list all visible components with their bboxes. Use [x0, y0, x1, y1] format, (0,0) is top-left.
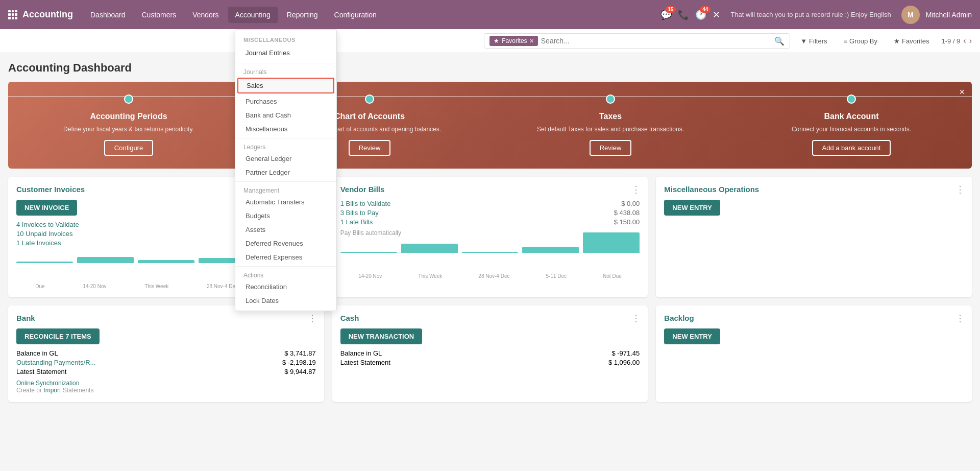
brand-label: Accounting	[22, 9, 73, 20]
dropdown-overlay	[0, 0, 980, 469]
dropdown-actions-header: Actions	[235, 269, 336, 280]
nav-item-reporting[interactable]: Reporting	[280, 7, 325, 23]
nav-item-dashboard[interactable]: Dashboard	[83, 7, 133, 23]
dropdown-management-header: Management	[235, 184, 336, 195]
close-icon-btn[interactable]: ✕	[713, 9, 720, 20]
dropdown-general-ledger[interactable]: General Ledger	[235, 152, 336, 166]
nav-message: That will teach you to put a record rule…	[730, 11, 891, 18]
nav-right: 💬 15 📞 🕐 44 ✕ That will teach you to put…	[660, 6, 972, 24]
chat-badge: 15	[665, 6, 676, 13]
dropdown-lock-dates[interactable]: Lock Dates	[235, 294, 336, 308]
dropdown-miscellaneous[interactable]: Miscellaneous	[235, 122, 336, 136]
dropdown-ledgers-header: Ledgers	[235, 140, 336, 152]
dropdown-reconciliation[interactable]: Reconciliation	[235, 280, 336, 294]
dropdown-deferred-expenses[interactable]: Deferred Expenses	[235, 250, 336, 264]
dropdown-section-misc: Miscellaneous	[235, 33, 336, 45]
nav-brand[interactable]: Accounting	[8, 9, 73, 20]
dropdown-budgets[interactable]: Budgets	[235, 209, 336, 223]
grid-icon	[8, 10, 17, 19]
nav-item-customers[interactable]: Customers	[135, 7, 184, 23]
top-nav: Accounting Dashboard Customers Vendors A…	[0, 0, 980, 29]
nav-item-accounting[interactable]: Accounting	[228, 7, 278, 23]
accounting-dropdown-menu: Miscellaneous Journal Entries Journals S…	[235, 29, 337, 311]
dropdown-divider-1	[235, 63, 336, 63]
dropdown-deferred-revenues[interactable]: Deferred Revenues	[235, 237, 336, 250]
nav-avatar: M	[901, 6, 920, 24]
dropdown-divider-4	[235, 266, 336, 267]
dropdown-assets[interactable]: Assets	[235, 223, 336, 237]
dropdown-divider-3	[235, 181, 336, 182]
activity-icon-btn[interactable]: 🕐 44	[695, 9, 706, 20]
dropdown-bank-cash[interactable]: Bank and Cash	[235, 108, 336, 122]
dropdown-automatic-transfers[interactable]: Automatic Transfers	[235, 195, 336, 209]
chat-icon-btn[interactable]: 💬 15	[660, 9, 672, 20]
phone-icon-btn[interactable]: 📞	[678, 9, 689, 20]
nav-item-configuration[interactable]: Configuration	[327, 7, 384, 23]
dropdown-divider-2	[235, 138, 336, 138]
dropdown-purchases[interactable]: Purchases	[235, 95, 336, 108]
dropdown-journal-entries[interactable]: Journal Entries	[235, 45, 336, 61]
dropdown-partner-ledger[interactable]: Partner Ledger	[235, 166, 336, 179]
activity-badge: 44	[700, 6, 710, 13]
nav-menu: Dashboard Customers Vendors Accounting R…	[83, 7, 660, 23]
nav-user[interactable]: Mitchell Admin	[926, 11, 972, 19]
dropdown-sales[interactable]: Sales	[237, 78, 334, 93]
dropdown-journals-header: Journals	[235, 65, 336, 77]
nav-item-vendors[interactable]: Vendors	[185, 7, 226, 23]
